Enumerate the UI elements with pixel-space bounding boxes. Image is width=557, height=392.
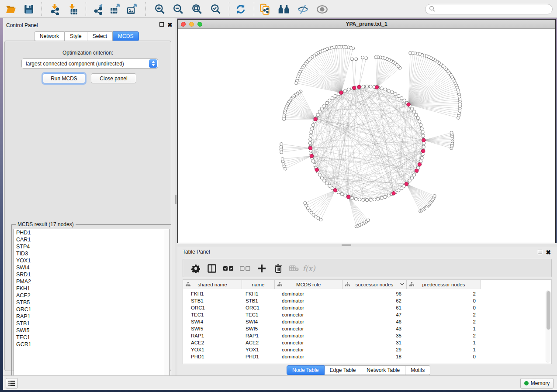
memory-button[interactable]: Memory xyxy=(520,378,554,389)
mcds-node[interactable] xyxy=(422,138,426,142)
delete-table-icon[interactable] xyxy=(288,263,300,274)
float-panel-icon[interactable] xyxy=(538,250,542,254)
network-node[interactable] xyxy=(313,163,316,166)
network-node[interactable] xyxy=(365,198,368,201)
network-node[interactable] xyxy=(420,127,423,130)
network-node[interactable] xyxy=(358,198,361,201)
mcds-node[interactable] xyxy=(415,169,419,172)
network-node[interactable] xyxy=(323,104,326,107)
network-node[interactable] xyxy=(337,191,340,194)
network-node[interactable] xyxy=(323,179,326,182)
network-node[interactable] xyxy=(283,118,286,121)
export-network-icon[interactable] xyxy=(93,3,105,15)
close-panel-icon[interactable]: ✖ xyxy=(167,23,173,27)
network-node[interactable] xyxy=(412,173,415,176)
network-node[interactable] xyxy=(416,117,419,120)
network-node[interactable] xyxy=(320,176,323,179)
table-row[interactable]: YOX1YOX1connector291 xyxy=(183,346,481,353)
network-node[interactable] xyxy=(295,82,298,85)
import-network-icon[interactable] xyxy=(49,3,61,15)
close-panel-icon[interactable]: ✖ xyxy=(546,250,551,254)
network-node[interactable] xyxy=(284,167,287,170)
zoom-fit-icon[interactable] xyxy=(191,3,203,15)
zoom-in-icon[interactable] xyxy=(154,3,166,15)
network-node[interactable] xyxy=(365,85,368,88)
network-window-titlebar[interactable]: YPA_prune.txt_1 xyxy=(178,20,555,29)
network-node[interactable] xyxy=(325,101,328,104)
mcds-node[interactable] xyxy=(357,85,361,89)
network-node[interactable] xyxy=(311,127,314,130)
tab-select[interactable]: Select xyxy=(87,31,113,41)
network-node[interactable] xyxy=(316,113,319,116)
network-node[interactable] xyxy=(328,184,331,187)
tab-edge-table[interactable]: Edge Table xyxy=(325,365,362,375)
network-node[interactable] xyxy=(319,218,322,221)
table-row[interactable]: RAP1RAP1dominator352 xyxy=(183,332,481,339)
network-node[interactable] xyxy=(308,141,311,144)
zoom-selected-icon[interactable] xyxy=(210,3,222,15)
mcds-node[interactable] xyxy=(315,168,318,172)
table-scrollbar[interactable] xyxy=(546,290,550,363)
mcds-node[interactable] xyxy=(346,195,350,199)
network-node[interactable] xyxy=(280,151,283,154)
column-view-icon[interactable] xyxy=(206,263,218,274)
search-input[interactable] xyxy=(435,6,552,12)
network-node[interactable] xyxy=(309,138,312,141)
tab-node-table[interactable]: Node Table xyxy=(287,365,325,375)
mcds-node[interactable] xyxy=(405,182,408,186)
network-node[interactable] xyxy=(320,107,323,110)
network-node[interactable] xyxy=(309,134,312,137)
mcds-node[interactable] xyxy=(392,192,395,195)
open-folder-icon[interactable] xyxy=(5,3,17,15)
mcds-node[interactable] xyxy=(314,117,317,121)
mcds-result-item[interactable]: TEC1 xyxy=(14,334,170,341)
network-node[interactable] xyxy=(310,131,313,134)
deselect-all-icon[interactable] xyxy=(239,263,251,274)
mcds-node[interactable] xyxy=(310,154,313,158)
mcds-result-item[interactable]: YOX1 xyxy=(14,257,170,264)
mcds-result-item[interactable]: ORC1 xyxy=(14,306,170,313)
network-node[interactable] xyxy=(419,124,422,127)
network-node[interactable] xyxy=(397,189,400,192)
table-row[interactable]: FKH1FKH1dominator962 xyxy=(183,290,481,297)
column-header-MCDS-role[interactable]: MCDS role xyxy=(275,280,343,289)
network-node[interactable] xyxy=(409,52,412,55)
tab-style[interactable]: Style xyxy=(65,31,87,41)
network-node[interactable] xyxy=(380,87,383,90)
network-node[interactable] xyxy=(403,99,406,102)
show-graphics-icon[interactable] xyxy=(316,3,328,15)
copy-network-icon[interactable] xyxy=(259,3,271,15)
table-row[interactable]: SWI4SWI4dominator462 xyxy=(183,318,481,325)
table-row[interactable]: TEC1TEC1connector472 xyxy=(183,311,481,318)
network-node[interactable] xyxy=(387,194,390,197)
network-node[interactable] xyxy=(408,179,411,182)
run-mcds-button[interactable]: Run MCDS xyxy=(43,73,85,83)
mcds-node[interactable] xyxy=(407,103,410,106)
list-scrollbar[interactable] xyxy=(164,229,170,382)
network-node[interactable] xyxy=(397,94,400,97)
network-node[interactable] xyxy=(380,196,383,199)
network-node[interactable] xyxy=(369,85,372,88)
network-node[interactable] xyxy=(374,56,377,59)
network-node[interactable] xyxy=(355,58,358,61)
mcds-node[interactable] xyxy=(418,162,421,166)
network-node[interactable] xyxy=(369,198,372,201)
export-image-icon[interactable] xyxy=(126,3,138,15)
hide-graphics-icon[interactable] xyxy=(297,3,309,15)
network-canvas[interactable] xyxy=(178,29,555,243)
network-node[interactable] xyxy=(420,156,423,159)
network-node[interactable] xyxy=(384,195,387,198)
network-node[interactable] xyxy=(311,124,315,127)
table-row[interactable]: ORC1ORC1dominator610 xyxy=(183,304,481,311)
zoom-out-icon[interactable] xyxy=(172,3,184,15)
mcds-result-item[interactable]: RAP1 xyxy=(14,313,170,320)
network-node[interactable] xyxy=(391,91,394,94)
mcds-node[interactable] xyxy=(308,146,312,150)
table-row[interactable]: STB1STB1dominator620 xyxy=(183,297,481,304)
network-node[interactable] xyxy=(347,88,350,91)
column-header-shared-name[interactable]: shared name xyxy=(183,280,242,289)
network-node[interactable] xyxy=(311,160,315,163)
network-node[interactable] xyxy=(361,56,364,59)
search-field[interactable] xyxy=(425,4,553,14)
network-node[interactable] xyxy=(334,94,337,97)
